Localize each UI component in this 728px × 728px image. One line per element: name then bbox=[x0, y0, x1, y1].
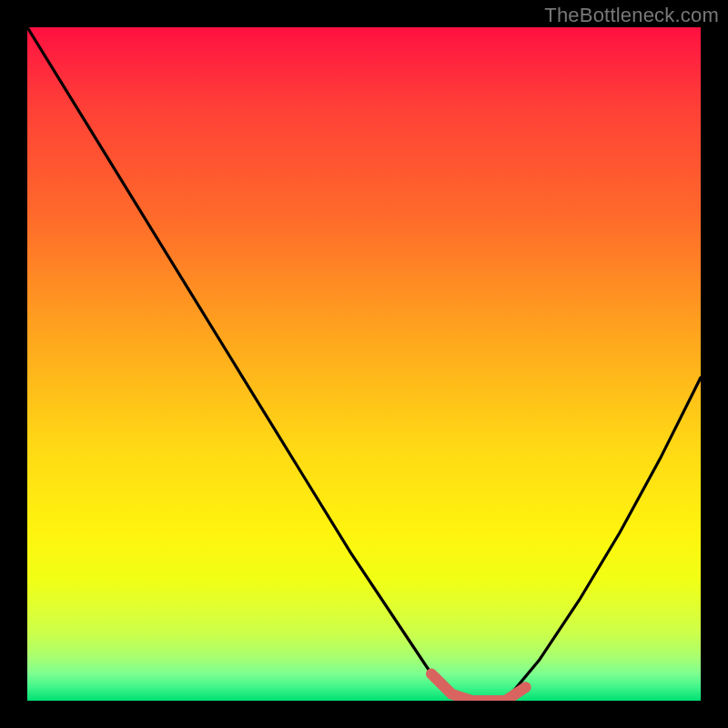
chart-frame: TheBottleneck.com bbox=[0, 0, 728, 728]
watermark-text: TheBottleneck.com bbox=[544, 4, 719, 27]
bottleneck-curve-path bbox=[27, 27, 701, 701]
curve-svg bbox=[27, 27, 701, 701]
plot-area bbox=[27, 27, 701, 701]
floor-highlight-path bbox=[431, 673, 526, 701]
